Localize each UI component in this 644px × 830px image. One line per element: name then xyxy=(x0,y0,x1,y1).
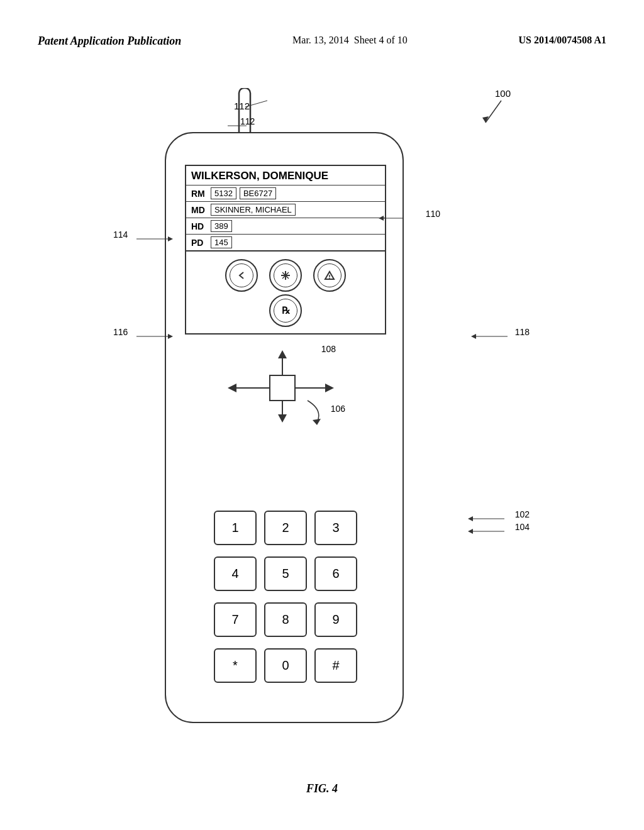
svg-rect-11 xyxy=(270,375,295,401)
svg-marker-13 xyxy=(278,350,287,358)
key-row-1: 1 2 3 xyxy=(197,511,374,545)
svg-point-10 xyxy=(329,278,330,279)
alert-button[interactable] xyxy=(313,259,346,292)
patent-date-sheet: Mar. 13, 2014 Sheet 4 of 10 xyxy=(292,35,408,46)
svg-marker-33 xyxy=(468,529,473,534)
patient-name: WILKERSON, DOMENIQUE xyxy=(186,166,385,185)
svg-marker-25 xyxy=(168,236,173,241)
key-star[interactable]: * xyxy=(214,648,257,683)
ref-110-label: 110 xyxy=(426,209,440,219)
icon-buttons-row xyxy=(186,252,385,299)
keypad: 1 2 3 4 5 6 7 8 9 * 0 # xyxy=(197,511,374,694)
patent-label: Patent Application Publication xyxy=(38,35,181,48)
md-row: MD SKINNER, MICHAEL xyxy=(186,202,385,218)
key-0[interactable]: 0 xyxy=(264,648,307,683)
patent-number: US 2014/0074508 A1 xyxy=(518,35,606,46)
svg-marker-27 xyxy=(168,334,173,339)
svg-marker-20 xyxy=(313,419,321,425)
svg-marker-22 xyxy=(379,216,384,221)
key-row-2: 4 5 6 xyxy=(197,556,374,591)
ref-106: 106 xyxy=(331,404,345,414)
back-button[interactable] xyxy=(225,259,258,292)
hd-row: HD 389 xyxy=(186,218,385,235)
hd-value: 389 xyxy=(211,220,232,232)
svg-line-3 xyxy=(245,101,267,107)
rm-row: RM 5132 BE6727 xyxy=(186,185,385,202)
svg-line-0 xyxy=(486,101,501,123)
md-value: SKINNER, MICHAEL xyxy=(211,204,296,216)
ref-118-label: 118 xyxy=(515,327,530,337)
rm-value: 5132 xyxy=(211,187,236,199)
ref-116-label: 116 xyxy=(113,327,128,337)
pd-value: 145 xyxy=(211,236,232,248)
nav-button[interactable] xyxy=(269,259,302,292)
key-row-3: 7 8 9 xyxy=(197,602,374,637)
ref-102-label: 102 xyxy=(515,509,530,519)
key-5[interactable]: 5 xyxy=(264,556,307,591)
key-hash[interactable]: # xyxy=(314,648,357,683)
nav-pad: 108 106 xyxy=(223,347,342,431)
key-2[interactable]: 2 xyxy=(264,511,307,545)
ref-108: 108 xyxy=(321,344,336,354)
svg-marker-17 xyxy=(228,384,236,392)
screen: WILKERSON, DOMENIQUE RM 5132 BE6727 MD S… xyxy=(185,165,386,335)
ref-114-label: 114 xyxy=(113,230,128,240)
key-7[interactable]: 7 xyxy=(214,602,257,637)
drawing-area: 100 112 WILKERSON, DOMENIQUE RM 5132 BE6… xyxy=(102,82,542,773)
pd-row: PD 145 xyxy=(186,235,385,251)
key-9[interactable]: 9 xyxy=(314,602,357,637)
key-row-4: * 0 # xyxy=(197,648,374,683)
key-3[interactable]: 3 xyxy=(314,511,357,545)
key-1[interactable]: 1 xyxy=(214,511,257,545)
device-body: WILKERSON, DOMENIQUE RM 5132 BE6727 MD S… xyxy=(165,132,404,723)
svg-marker-29 xyxy=(471,334,476,339)
key-4[interactable]: 4 xyxy=(214,556,257,591)
svg-marker-31 xyxy=(468,516,473,521)
rx-button[interactable]: ℞ xyxy=(269,294,302,327)
key-8[interactable]: 8 xyxy=(264,602,307,637)
ref-104-label: 104 xyxy=(515,522,530,532)
key-6[interactable]: 6 xyxy=(314,556,357,591)
svg-marker-15 xyxy=(278,414,287,423)
svg-marker-19 xyxy=(325,384,334,392)
fig-caption: FIG. 4 xyxy=(306,782,338,795)
be-value: BE6727 xyxy=(240,187,276,199)
